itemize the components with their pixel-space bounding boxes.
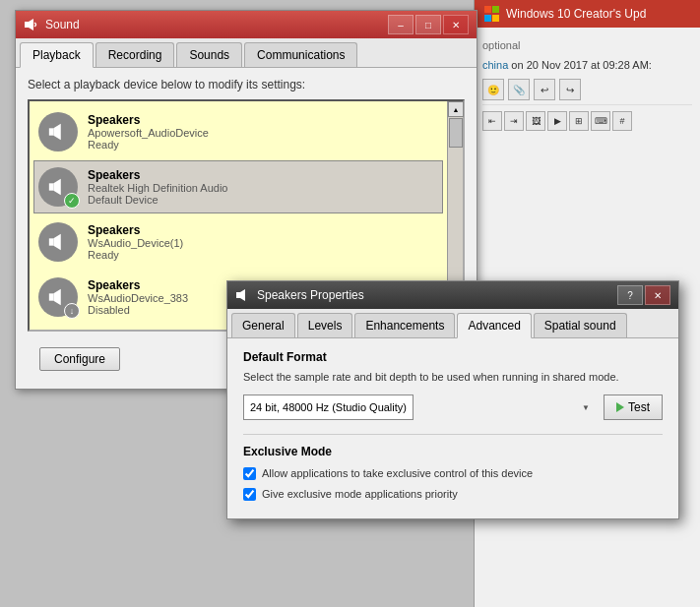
device-icon-1 bbox=[38, 112, 78, 152]
test-button[interactable]: Test bbox=[604, 395, 663, 420]
format-select[interactable]: 24 bit, 48000 Hz (Studio Quality) 16 bit… bbox=[243, 395, 414, 420]
device-name-3: Speakers bbox=[88, 223, 422, 237]
bg-toolbar-redo[interactable]: ↪ bbox=[559, 79, 581, 100]
bg-btn-hash[interactable]: # bbox=[612, 111, 632, 131]
svg-rect-8 bbox=[49, 293, 54, 300]
props-tab-advanced[interactable]: Advanced bbox=[457, 313, 531, 338]
bg-toolbar-attach[interactable]: 📎 bbox=[508, 79, 530, 100]
sound-window-title: Sound bbox=[45, 18, 80, 31]
device-info-2: Speakers Realtek High Definition Audio D… bbox=[88, 168, 422, 206]
sound-maximize-btn[interactable]: □ bbox=[415, 15, 441, 34]
svg-marker-5 bbox=[53, 179, 60, 196]
list-item[interactable]: Speakers Realtek High Definition Audio D… bbox=[33, 160, 443, 213]
exclusive-checkbox-row-2: Give exclusive mode applications priorit… bbox=[243, 487, 663, 501]
device-info-3: Speakers WsAudio_Device(1) Ready bbox=[88, 223, 422, 261]
device-icon-4 bbox=[38, 277, 78, 317]
bg-btn-img[interactable]: 🖼 bbox=[526, 111, 545, 131]
play-icon bbox=[616, 402, 624, 412]
bg-btn-indent[interactable]: ⇤ bbox=[482, 111, 502, 131]
props-titlebar-left: Speakers Properties bbox=[235, 287, 364, 303]
device-name-1: Speakers bbox=[88, 113, 422, 127]
sound-tab-bar: Playback Recording Sounds Communications bbox=[16, 38, 477, 68]
props-tab-enhancements[interactable]: Enhancements bbox=[354, 313, 455, 337]
device-status-2: Default Device bbox=[88, 194, 422, 206]
device-name-2: Speakers bbox=[88, 168, 422, 182]
tab-playback[interactable]: Playback bbox=[20, 42, 94, 68]
exclusive-checkbox-2[interactable] bbox=[243, 488, 256, 501]
bg-window-titlebar: Windows 10 Creator's Upd bbox=[475, 0, 700, 28]
list-item[interactable]: Speakers WsAudio_Device(1) Ready bbox=[33, 215, 443, 269]
props-close-btn[interactable]: ✕ bbox=[645, 285, 670, 305]
test-btn-label: Test bbox=[628, 400, 650, 414]
bg-btn-table[interactable]: ⊞ bbox=[569, 111, 589, 131]
props-tab-levels[interactable]: Levels bbox=[297, 313, 353, 337]
bg-toolbar: 🙂 📎 ↩ ↪ bbox=[482, 75, 692, 105]
sound-titlebar-left: Sound bbox=[24, 17, 80, 32]
props-tab-bar: General Levels Enhancements Advanced Spa… bbox=[227, 309, 678, 338]
bg-btn-video[interactable]: ▶ bbox=[547, 111, 567, 131]
props-window-title: Speakers Properties bbox=[257, 288, 364, 302]
bg-window-content: optional china on 20 Nov 2017 at 09:28 A… bbox=[475, 28, 700, 141]
bg-window-title-text: Windows 10 Creator's Upd bbox=[506, 7, 646, 21]
device-status-1: Ready bbox=[88, 139, 422, 151]
speaker-icon-1 bbox=[47, 121, 69, 143]
props-help-btn[interactable]: ? bbox=[617, 285, 643, 305]
optional-label: optional bbox=[482, 35, 692, 55]
device-icon-2 bbox=[38, 167, 78, 207]
format-select-wrapper: 24 bit, 48000 Hz (Studio Quality) 16 bit… bbox=[243, 395, 596, 420]
format-select-row: 24 bit, 48000 Hz (Studio Quality) 16 bit… bbox=[243, 395, 663, 420]
svg-rect-4 bbox=[49, 183, 54, 190]
bg-btn-code[interactable]: ⌨ bbox=[591, 111, 610, 131]
exclusive-checkbox-1[interactable] bbox=[243, 467, 256, 480]
speaker-icon-2 bbox=[47, 176, 69, 198]
instruction-text: Select a playback device below to modify… bbox=[28, 78, 465, 91]
scrollbar-up-btn[interactable]: ▲ bbox=[448, 101, 464, 117]
props-titlebar: Speakers Properties ? ✕ bbox=[227, 281, 678, 309]
exclusive-checkbox-row-1: Allow applications to take exclusive con… bbox=[243, 466, 663, 480]
svg-rect-10 bbox=[236, 292, 240, 298]
device-detail-1: Apowersoft_AudioDevice bbox=[88, 127, 422, 139]
svg-marker-11 bbox=[240, 289, 245, 301]
default-format-title: Default Format bbox=[243, 350, 663, 364]
tab-sounds[interactable]: Sounds bbox=[176, 42, 242, 67]
sound-titlebar: Sound – □ ✕ bbox=[16, 11, 477, 38]
windows-logo-icon bbox=[484, 6, 500, 22]
sound-close-btn[interactable]: ✕ bbox=[443, 15, 469, 34]
svg-rect-6 bbox=[49, 238, 54, 245]
props-window-icon bbox=[235, 287, 251, 303]
sound-window-icon bbox=[24, 17, 39, 32]
device-status-3: Ready bbox=[88, 249, 422, 261]
scrollbar-thumb[interactable] bbox=[449, 118, 463, 148]
svg-marker-9 bbox=[53, 289, 60, 306]
exclusive-label-1: Allow applications to take exclusive con… bbox=[262, 466, 533, 480]
configure-button[interactable]: Configure bbox=[39, 347, 120, 371]
default-format-desc: Select the sample rate and bit depth to … bbox=[243, 370, 663, 385]
bg-toolbar-undo[interactable]: ↩ bbox=[534, 79, 555, 100]
device-icon-3 bbox=[38, 222, 78, 262]
svg-marker-1 bbox=[29, 19, 33, 30]
props-tab-spatial[interactable]: Spatial sound bbox=[534, 313, 627, 337]
speakers-properties-window: Speakers Properties ? ✕ General Levels E… bbox=[226, 280, 679, 519]
svg-rect-2 bbox=[49, 128, 54, 135]
author-name: china bbox=[482, 59, 508, 71]
sound-minimize-btn[interactable]: – bbox=[388, 15, 414, 34]
author-line: china on 20 Nov 2017 at 09:28 AM: bbox=[482, 55, 692, 75]
speaker-icon-3 bbox=[47, 231, 69, 253]
tab-communications[interactable]: Communications bbox=[244, 42, 357, 67]
svg-rect-0 bbox=[25, 22, 29, 28]
device-info-1: Speakers Apowersoft_AudioDevice Ready bbox=[88, 113, 422, 151]
props-advanced-content: Default Format Select the sample rate an… bbox=[227, 338, 678, 518]
exclusive-mode-title: Exclusive Mode bbox=[243, 445, 663, 458]
bg-btn-outdent[interactable]: ⇥ bbox=[504, 111, 524, 131]
list-item[interactable]: Speakers Apowersoft_AudioDevice Ready bbox=[33, 105, 443, 158]
author-date: on 20 Nov 2017 at 09:28 AM: bbox=[511, 59, 652, 71]
props-tab-general[interactable]: General bbox=[231, 313, 295, 337]
svg-marker-3 bbox=[53, 124, 60, 141]
sound-titlebar-controls: – □ ✕ bbox=[388, 15, 469, 34]
tab-recording[interactable]: Recording bbox=[95, 42, 175, 67]
device-detail-2: Realtek High Definition Audio bbox=[88, 182, 422, 194]
speaker-icon-4 bbox=[47, 286, 69, 308]
bg-toolbar-emoticon[interactable]: 🙂 bbox=[482, 79, 504, 100]
exclusive-mode-section: Exclusive Mode Allow applications to tak… bbox=[243, 434, 663, 501]
bg-toolbar2: ⇤ ⇥ 🖼 ▶ ⊞ ⌨ # bbox=[482, 109, 692, 133]
